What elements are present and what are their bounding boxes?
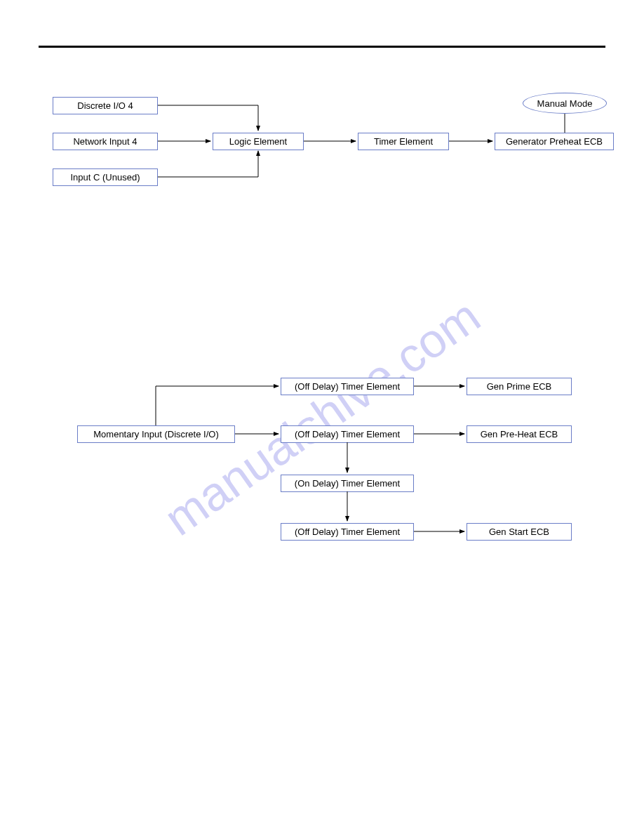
connectors-diagram2 <box>0 0 644 576</box>
